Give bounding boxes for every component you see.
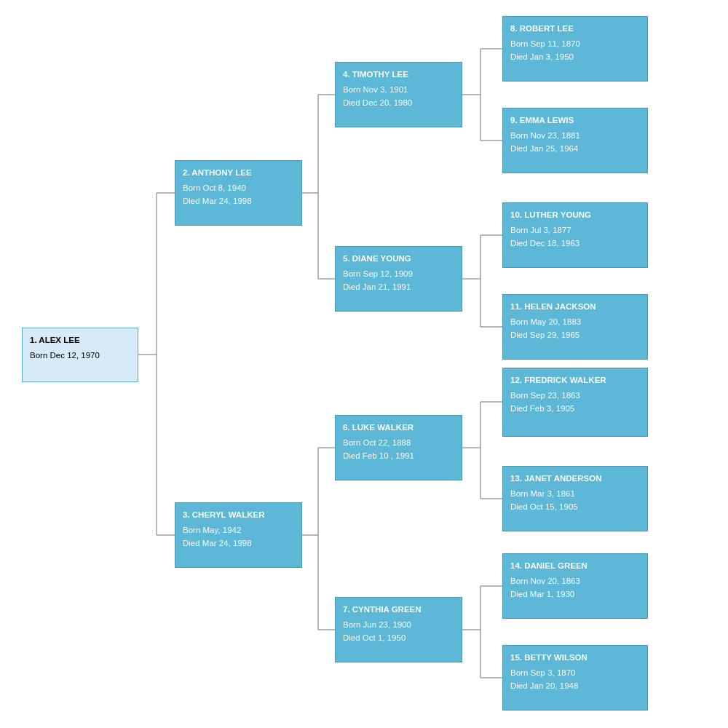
node-n8: 8. ROBERT LEEBorn Sep 11, 1870Died Jan 3…	[502, 16, 648, 82]
node-dates-n5: Born Sep 12, 1909Died Jan 21, 1991	[343, 268, 454, 293]
node-n4: 4. TIMOTHY LEEBorn Nov 3, 1901Died Dec 2…	[335, 62, 462, 127]
node-dates-n7: Born Jun 23, 1900Died Oct 1, 1950	[343, 619, 454, 644]
node-died-n3: Died Mar 24, 1998	[183, 537, 294, 550]
node-dates-n11: Born May 20, 1883Died Sep 29, 1965	[510, 316, 640, 341]
node-n3: 3. CHERYL WALKERBorn May, 1942Died Mar 2…	[175, 502, 302, 568]
node-died-n8: Died Jan 3, 1950	[510, 51, 640, 63]
node-n11: 11. HELEN JACKSONBorn May 20, 1883Died S…	[502, 294, 648, 360]
node-n14: 14. DANIEL GREENBorn Nov 20, 1863Died Ma…	[502, 553, 648, 619]
node-born-n8: Born Sep 11, 1870	[510, 38, 640, 50]
node-dates-n9: Born Nov 23, 1881Died Jan 25, 1964	[510, 130, 640, 155]
node-died-n15: Died Jan 20, 1948	[510, 680, 640, 692]
node-died-n11: Died Sep 29, 1965	[510, 329, 640, 341]
node-name-n15: 15. BETTY WILSON	[510, 652, 640, 664]
node-n7: 7. CYNTHIA GREENBorn Jun 23, 1900Died Oc…	[335, 597, 462, 662]
node-name-n7: 7. CYNTHIA GREEN	[343, 604, 454, 616]
node-born-n4: Born Nov 3, 1901	[343, 84, 454, 96]
node-name-n2: 2. ANTHONY LEE	[183, 167, 294, 179]
node-n6: 6. LUKE WALKERBorn Oct 22, 1888Died Feb …	[335, 415, 462, 480]
node-died-n2: Died Mar 24, 1998	[183, 195, 294, 207]
node-born-n1: Born Dec 12, 1970	[30, 349, 130, 362]
node-n10: 10. LUTHER YOUNGBorn Jul 3, 1877Died Dec…	[502, 202, 648, 268]
node-name-n1: 1. ALEX LEE	[30, 334, 130, 347]
node-n9: 9. EMMA LEWISBorn Nov 23, 1881Died Jan 2…	[502, 108, 648, 173]
node-dates-n12: Born Sep 23, 1863Died Feb 3, 1905	[510, 389, 640, 415]
node-dates-n14: Born Nov 20, 1863Died Mar 1, 1930	[510, 575, 640, 601]
node-dates-n13: Born Mar 3, 1861Died Oct 15, 1905	[510, 488, 640, 513]
node-died-n10: Died Dec 18, 1963	[510, 237, 640, 250]
node-n12: 12. FREDRICK WALKERBorn Sep 23, 1863Died…	[502, 368, 648, 437]
node-died-n12: Died Feb 3, 1905	[510, 403, 640, 415]
node-dates-n2: Born Oct 8, 1940Died Mar 24, 1998	[183, 182, 294, 207]
node-died-n6: Died Feb 10 , 1991	[343, 450, 454, 462]
node-dates-n15: Born Sep 3, 1870Died Jan 20, 1948	[510, 667, 640, 692]
node-died-n5: Died Jan 21, 1991	[343, 281, 454, 293]
node-dates-n10: Born Jul 3, 1877Died Dec 18, 1963	[510, 224, 640, 250]
node-name-n5: 5. DIANE YOUNG	[343, 253, 454, 265]
node-name-n11: 11. HELEN JACKSON	[510, 301, 640, 313]
node-n1: 1. ALEX LEEBorn Dec 12, 1970	[22, 328, 138, 382]
node-born-n2: Born Oct 8, 1940	[183, 182, 294, 194]
node-born-n3: Born May, 1942	[183, 524, 294, 537]
node-n2: 2. ANTHONY LEEBorn Oct 8, 1940Died Mar 2…	[175, 160, 302, 226]
node-dates-n3: Born May, 1942Died Mar 24, 1998	[183, 524, 294, 550]
node-born-n14: Born Nov 20, 1863	[510, 575, 640, 587]
node-dates-n6: Born Oct 22, 1888Died Feb 10 , 1991	[343, 437, 454, 462]
node-dates-n4: Born Nov 3, 1901Died Dec 20, 1980	[343, 84, 454, 109]
node-died-n13: Died Oct 15, 1905	[510, 501, 640, 513]
node-n5: 5. DIANE YOUNGBorn Sep 12, 1909Died Jan …	[335, 246, 462, 312]
node-born-n10: Born Jul 3, 1877	[510, 224, 640, 237]
node-born-n7: Born Jun 23, 1900	[343, 619, 454, 631]
node-name-n14: 14. DANIEL GREEN	[510, 560, 640, 572]
node-died-n14: Died Mar 1, 1930	[510, 588, 640, 601]
node-born-n11: Born May 20, 1883	[510, 316, 640, 328]
node-born-n13: Born Mar 3, 1861	[510, 488, 640, 500]
node-died-n4: Died Dec 20, 1980	[343, 97, 454, 109]
node-name-n12: 12. FREDRICK WALKER	[510, 374, 640, 387]
node-name-n4: 4. TIMOTHY LEE	[343, 68, 454, 81]
node-died-n9: Died Jan 25, 1964	[510, 143, 640, 155]
node-born-n5: Born Sep 12, 1909	[343, 268, 454, 280]
node-born-n12: Born Sep 23, 1863	[510, 389, 640, 402]
node-name-n6: 6. LUKE WALKER	[343, 422, 454, 434]
node-died-n7: Died Oct 1, 1950	[343, 632, 454, 644]
node-born-n6: Born Oct 22, 1888	[343, 437, 454, 449]
node-born-n9: Born Nov 23, 1881	[510, 130, 640, 142]
node-name-n10: 10. LUTHER YOUNG	[510, 209, 640, 221]
node-n13: 13. JANET ANDERSONBorn Mar 3, 1861Died O…	[502, 466, 648, 531]
node-dates-n8: Born Sep 11, 1870Died Jan 3, 1950	[510, 38, 640, 63]
family-tree: 1. ALEX LEEBorn Dec 12, 19702. ANTHONY L…	[0, 0, 728, 728]
node-dates-n1: Born Dec 12, 1970	[30, 349, 130, 362]
node-born-n15: Born Sep 3, 1870	[510, 667, 640, 679]
node-name-n8: 8. ROBERT LEE	[510, 23, 640, 35]
node-name-n13: 13. JANET ANDERSON	[510, 472, 640, 485]
node-name-n3: 3. CHERYL WALKER	[183, 509, 294, 521]
node-n15: 15. BETTY WILSONBorn Sep 3, 1870Died Jan…	[502, 645, 648, 711]
node-name-n9: 9. EMMA LEWIS	[510, 114, 640, 127]
